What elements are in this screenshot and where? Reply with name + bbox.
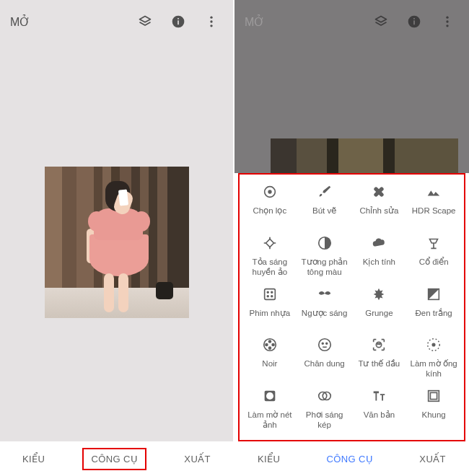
more-vert-icon[interactable] bbox=[436, 10, 459, 33]
tool-label: Khung bbox=[421, 410, 445, 420]
target-icon bbox=[260, 182, 280, 202]
tool-double-exposure[interactable]: Phơi sáng kép bbox=[297, 386, 352, 436]
tab-export[interactable]: XUẤT bbox=[412, 449, 453, 469]
svg-rect-41 bbox=[431, 393, 437, 400]
cloud-icon bbox=[369, 233, 389, 253]
info-icon[interactable] bbox=[167, 10, 190, 33]
dimmed-background: MỞ bbox=[234, 0, 469, 173]
layers-icon[interactable] bbox=[369, 10, 393, 33]
layers-icon[interactable] bbox=[133, 10, 157, 33]
face-focus-icon bbox=[369, 335, 389, 355]
tool-label: Làm mờ nét ảnh bbox=[244, 410, 296, 431]
tab-export[interactable]: XUẤT bbox=[177, 449, 218, 469]
tool-label: Văn bản bbox=[364, 410, 395, 420]
svg-point-5 bbox=[210, 25, 212, 27]
top-bar: MỞ bbox=[0, 0, 233, 43]
grain-icon bbox=[260, 284, 280, 304]
half-circle-icon bbox=[315, 233, 335, 253]
tool-label: Chọn lọc bbox=[253, 206, 287, 216]
svg-point-18 bbox=[267, 291, 268, 293]
tool-label: HDR Scape bbox=[412, 206, 456, 216]
tool-label: Noir bbox=[262, 359, 277, 369]
tool-label: Tư thế đầu bbox=[358, 359, 400, 369]
open-label[interactable]: MỞ bbox=[245, 15, 265, 29]
glow-icon bbox=[260, 233, 280, 253]
svg-point-19 bbox=[271, 291, 273, 293]
svg-point-9 bbox=[446, 17, 448, 19]
svg-point-33 bbox=[380, 344, 380, 345]
svg-point-11 bbox=[446, 25, 448, 27]
tool-label: Bút vẽ bbox=[312, 206, 336, 216]
text-icon bbox=[369, 386, 389, 406]
tool-vignette[interactable]: Làm mờ nét ảnh bbox=[242, 386, 297, 436]
splash-icon bbox=[369, 284, 389, 304]
svg-point-28 bbox=[318, 339, 330, 351]
svg-point-32 bbox=[377, 344, 378, 345]
mustache-icon bbox=[315, 284, 335, 304]
tab-styles[interactable]: KIỂU bbox=[250, 449, 287, 469]
svg-rect-17 bbox=[265, 288, 276, 299]
svg-point-31 bbox=[377, 343, 382, 348]
svg-point-10 bbox=[446, 20, 448, 22]
tool-portrait[interactable]: Chân dung bbox=[297, 335, 352, 384]
tool-hdr-scape[interactable]: HDR Scape bbox=[406, 182, 461, 232]
tool-frames[interactable]: Khung bbox=[406, 386, 461, 436]
top-bar: MỞ bbox=[234, 0, 469, 43]
svg-point-25 bbox=[268, 348, 271, 350]
tool-label: Tỏa sáng huyền ảo bbox=[244, 257, 296, 278]
mountains-icon bbox=[424, 182, 444, 202]
tab-tools[interactable]: CÔNG CỤ bbox=[319, 449, 380, 469]
tool-brush[interactable]: Bút vẽ bbox=[297, 182, 352, 232]
tool-label: Kịch tính bbox=[363, 257, 395, 268]
svg-rect-1 bbox=[177, 20, 179, 25]
tools-panel: Chọn lọc Bút vẽ Chỉnh sửa HDR Scape Tỏa … bbox=[238, 173, 465, 441]
svg-point-20 bbox=[267, 295, 268, 296]
svg-point-24 bbox=[268, 340, 271, 343]
tool-black-white[interactable]: Đen trắng bbox=[406, 284, 461, 334]
lamp-icon bbox=[424, 233, 444, 253]
tool-grunge[interactable]: Grunge bbox=[352, 284, 407, 334]
bandage-icon bbox=[369, 182, 389, 202]
tool-label: Ngược sáng bbox=[302, 309, 348, 319]
image-canvas[interactable] bbox=[0, 43, 233, 441]
svg-rect-8 bbox=[413, 18, 415, 19]
tool-noir[interactable]: Noir bbox=[242, 335, 297, 384]
svg-point-27 bbox=[272, 344, 274, 346]
svg-point-37 bbox=[266, 392, 273, 400]
tool-grainy-film[interactable]: Phim nhựa bbox=[242, 284, 297, 334]
tool-drama[interactable]: Kịch tính bbox=[352, 233, 407, 283]
tool-healing[interactable]: Chỉnh sửa bbox=[352, 182, 407, 232]
tool-label: Chỉnh sửa bbox=[359, 206, 398, 216]
tool-head-pose[interactable]: Tư thế đầu bbox=[352, 335, 407, 384]
tool-glamour-glow[interactable]: Tỏa sáng huyền ảo bbox=[242, 233, 297, 283]
tool-selective[interactable]: Chọn lọc bbox=[242, 182, 297, 232]
svg-rect-2 bbox=[177, 18, 179, 19]
tab-tools[interactable]: CÔNG CỤ bbox=[82, 448, 146, 470]
bottom-tabs: KIỂU CÔNG CỤ XUẤT bbox=[234, 441, 469, 476]
edited-photo bbox=[45, 167, 189, 318]
tool-vintage[interactable]: Cổ điển bbox=[406, 233, 461, 283]
tool-label: Grunge bbox=[365, 309, 393, 319]
tool-text[interactable]: Văn bản bbox=[352, 386, 407, 436]
open-label[interactable]: MỞ bbox=[10, 15, 30, 29]
frame-icon bbox=[424, 386, 444, 406]
svg-rect-7 bbox=[413, 20, 415, 25]
bw-square-icon bbox=[424, 284, 444, 304]
tool-label: Làm mờ ống kính bbox=[408, 359, 460, 379]
vignette-icon bbox=[260, 386, 280, 406]
film-reel-icon bbox=[260, 335, 280, 355]
info-icon[interactable] bbox=[403, 10, 426, 33]
overlap-circles-icon bbox=[315, 386, 335, 406]
more-vert-icon[interactable] bbox=[200, 10, 223, 33]
svg-point-3 bbox=[210, 17, 212, 19]
bottom-tabs: KIỂU CÔNG CỤ XUẤT bbox=[0, 441, 233, 476]
tool-label: Phim nhựa bbox=[250, 309, 291, 319]
tab-styles[interactable]: KIỂU bbox=[15, 449, 52, 469]
tool-label: Tương phản tông màu bbox=[299, 257, 351, 278]
tool-tonal-contrast[interactable]: Tương phản tông màu bbox=[297, 233, 352, 283]
tool-lens-blur[interactable]: Làm mờ ống kính bbox=[406, 335, 461, 384]
tool-label: Phơi sáng kép bbox=[299, 410, 351, 431]
svg-point-35 bbox=[432, 344, 435, 347]
svg-point-30 bbox=[325, 343, 327, 345]
tool-retrolux[interactable]: Ngược sáng bbox=[297, 284, 352, 334]
